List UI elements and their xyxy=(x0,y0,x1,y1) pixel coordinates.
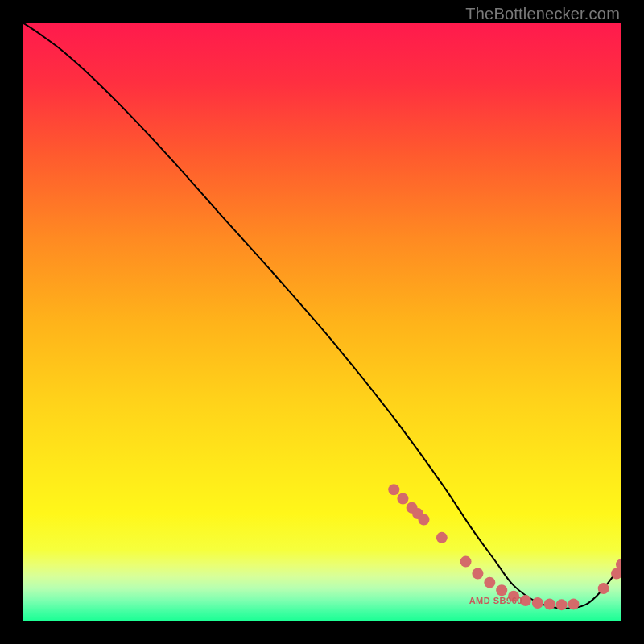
data-marker xyxy=(568,598,579,609)
main-curve xyxy=(23,23,621,609)
watermark-text: TheBottlenecker.com xyxy=(465,5,620,23)
curve-layer: AMD SB960 xyxy=(23,23,621,621)
marker-group xyxy=(388,484,621,610)
data-marker xyxy=(532,597,543,609)
data-marker xyxy=(460,556,472,568)
data-marker xyxy=(418,514,429,526)
data-marker xyxy=(556,599,568,610)
data-marker xyxy=(544,598,555,609)
data-marker xyxy=(472,568,483,579)
data-marker xyxy=(397,493,408,504)
annotation-label: AMD SB960 xyxy=(469,596,522,605)
data-marker xyxy=(598,583,609,594)
data-marker xyxy=(436,532,448,543)
data-marker xyxy=(388,484,399,495)
data-marker xyxy=(496,584,507,596)
chart-stage: TheBottlenecker.com AMD SB960 xyxy=(0,0,644,644)
plot-area: AMD SB960 xyxy=(23,23,621,621)
data-marker xyxy=(484,577,495,588)
